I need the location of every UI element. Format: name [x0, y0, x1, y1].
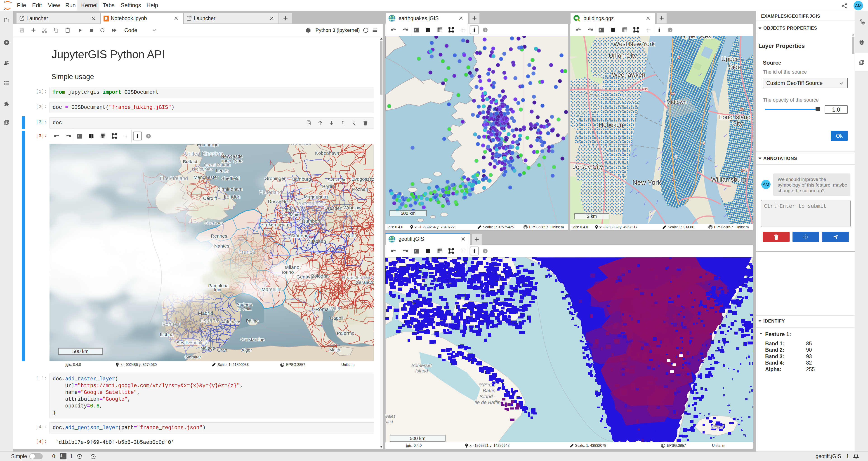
svg-text:Island: Island	[415, 368, 428, 373]
svg-text:España: España	[200, 317, 218, 323]
svg-text:Island -: Island -	[479, 394, 496, 399]
svg-text:Stuttgart: Stuttgart	[291, 233, 309, 238]
svg-text:495: 495	[642, 87, 648, 91]
svg-text:Poznań: Poznań	[352, 187, 368, 192]
svg-text:Palermo: Palermo	[337, 330, 354, 336]
svg-text:Side: Side	[729, 64, 741, 70]
svg-text:$_: $_	[414, 250, 418, 253]
svg-text:Deutschland: Deutschland	[294, 200, 324, 206]
svg-text:Vales: Vales	[385, 414, 395, 419]
svg-text:Upper: Upper	[721, 56, 738, 62]
svg-text:Genova: Genova	[296, 274, 313, 279]
svg-text:Guernsey: Guernsey	[204, 221, 224, 225]
svg-text:Upper West: Upper West	[681, 36, 713, 40]
svg-text:Birmingham: Birmingham	[217, 186, 243, 192]
svg-text:25: 25	[740, 107, 744, 111]
svg-text:Cardiff: Cardiff	[203, 196, 217, 201]
svg-text:Eire / Ireland: Eire / Ireland	[160, 175, 188, 181]
svg-text:United Kingdom: United Kingdom	[185, 151, 223, 157]
svg-text:2: 2	[672, 177, 674, 182]
svg-text:Danmark: Danmark	[291, 144, 311, 146]
svg-text:Malta: Malta	[329, 348, 341, 352]
svg-text:Torino: Torino	[281, 269, 293, 275]
svg-text:Island: Island	[711, 424, 723, 429]
svg-text:New York: New York	[632, 179, 661, 186]
svg-text:Portugal: Portugal	[162, 321, 181, 327]
svg-text:$_: $_	[599, 29, 603, 32]
svg-text:Hoboken: Hoboken	[599, 122, 623, 128]
svg-text:Gibraltar: Gibraltar	[185, 355, 202, 359]
svg-text:Oran: Oran	[217, 348, 227, 353]
svg-text:3: 3	[678, 55, 680, 60]
svg-text:Bydgoszcz: Bydgoszcz	[351, 176, 374, 182]
svg-text:Sheffield: Sheffield	[221, 176, 239, 181]
svg-text:ᕿᑭᖅᑖᓗᒃ: ᕿᑭᖅᑖᓗᒃ	[478, 383, 497, 387]
svg-text:Edinburgh: Edinburgh	[197, 144, 219, 147]
svg-text:Crna G: Crna G	[361, 275, 374, 280]
svg-text:Sarajevo: Sarajevo	[356, 279, 374, 285]
svg-text:Palma: Palma	[246, 319, 259, 324]
svg-text:Belfast: Belfast	[183, 159, 197, 164]
svg-text:Napoli: Napoli	[330, 315, 343, 321]
svg-text:am Main: am Main	[282, 212, 300, 217]
svg-text:Luxembourg: Luxembourg	[264, 222, 290, 227]
svg-text:Nürnberg: Nürnberg	[302, 219, 322, 224]
svg-text:Lisboa: Lisboa	[160, 332, 174, 337]
svg-text:West New York: West New York	[614, 41, 655, 47]
svg-text:Alger: Alger	[241, 348, 252, 353]
svg-text:Leeds: Leeds	[216, 168, 228, 173]
svg-text:Irun: Irun	[214, 287, 221, 292]
svg-text:Isle of Man: Isle of Man	[192, 167, 213, 171]
svg-text:Andalucia: Andalucia	[189, 340, 210, 345]
svg-text:Dresden: Dresden	[324, 205, 342, 211]
svg-text:Berlin: Berlin	[322, 184, 335, 189]
svg-text:5: 5	[703, 141, 705, 145]
svg-text:Groningen: Groningen	[265, 176, 287, 181]
svg-text:$_: $_	[414, 29, 418, 32]
svg-text:$_: $_	[78, 135, 81, 138]
svg-text:Union City: Union City	[609, 53, 637, 59]
svg-text:Weehawken: Weehawken	[612, 71, 645, 78]
svg-text:Magdeburg: Magdeburg	[304, 194, 328, 199]
svg-text:Nantes: Nantes	[214, 243, 229, 249]
svg-text:Düsseldorf: Düsseldorf	[268, 199, 291, 204]
svg-text:Frankfurt: Frankfurt	[281, 207, 301, 212]
svg-text:278: 278	[741, 168, 747, 172]
svg-text:Málaga: Málaga	[200, 345, 215, 351]
svg-text:Wien: Wien	[346, 233, 357, 238]
svg-text:France: France	[239, 249, 255, 255]
svg-text:Wrocław: Wrocław	[343, 205, 362, 210]
svg-text:Roma: Roma	[315, 306, 329, 312]
svg-text:Sevilla: Sevilla	[176, 340, 190, 345]
svg-text:Williamsburg: Williamsburg	[711, 176, 746, 183]
svg-text:1: 1	[675, 155, 677, 159]
svg-text:City: City	[733, 120, 743, 127]
svg-text:Andorra: Andorra	[236, 302, 252, 307]
svg-text:Somerset: Somerset	[411, 363, 432, 368]
svg-text:London: London	[224, 194, 240, 200]
svg-text:la Vella: la Vella	[237, 306, 251, 311]
svg-text:Italia: Italia	[329, 305, 341, 311]
svg-text:Madrid: Madrid	[198, 310, 213, 316]
svg-text:Manchester: Manchester	[193, 174, 218, 180]
svg-text:and: and	[386, 420, 393, 424]
svg-text:Hamburg: Hamburg	[291, 176, 311, 182]
svg-text:Marseille: Marseille	[261, 287, 281, 292]
svg-text:Nederland: Nederland	[259, 190, 282, 195]
svg-text:Szczecin: Szczecin	[328, 177, 346, 182]
svg-text:Valencia: Valencia	[221, 319, 239, 324]
svg-text:Constantine: Constantine	[241, 337, 265, 342]
svg-text:Île de Baffin: Île de Baffin	[474, 400, 501, 405]
svg-text:Midtown: Midtown	[666, 99, 686, 105]
svg-text:9A: 9A	[670, 92, 675, 96]
svg-text:- Baffin: - Baffin	[480, 388, 495, 393]
svg-text:Kobenhavn: Kobenhavn	[315, 151, 339, 156]
svg-text:München: München	[307, 238, 326, 244]
svg-text:Long Island: Long Island	[719, 114, 751, 121]
svg-text:Bologna: Bologna	[311, 273, 329, 278]
svg-text:Rennes: Rennes	[211, 233, 227, 238]
svg-text:Jersey City: Jersey City	[573, 164, 603, 170]
